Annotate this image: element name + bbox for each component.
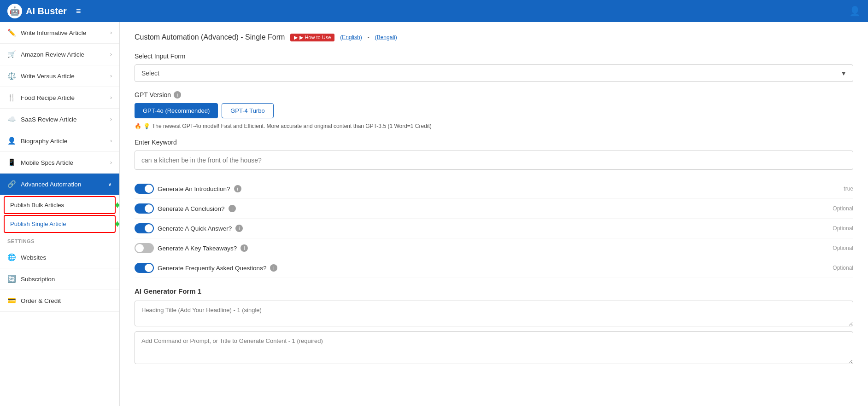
sidebar-item-amazon-review[interactable]: 🛒 Amazon Review Article › <box>0 44 119 65</box>
heading-title-input[interactable] <box>135 301 853 326</box>
order-icon: 💳 <box>7 296 16 305</box>
toggle-faq-info[interactable]: i <box>270 264 277 272</box>
link-english[interactable]: (English) <box>340 34 362 41</box>
toggle-key-takeaways-label: Generate A Key Takeaways? <box>158 245 237 252</box>
hamburger-icon[interactable]: ≡ <box>76 6 81 16</box>
sidebar-item-biography[interactable]: 👤 Biography Article › <box>0 130 119 152</box>
sidebar-item-food-recipe[interactable]: 🍴 Food Recipe Article › <box>0 87 119 109</box>
yt-icon: ▶ <box>294 35 298 41</box>
select-wrapper: Select ▼ <box>135 64 853 82</box>
youtube-badge[interactable]: ▶ ▶ How to Use <box>290 34 334 41</box>
btn-gpt4o[interactable]: GPT-4o (Recommended) <box>135 103 218 118</box>
toggle-intro-switch[interactable] <box>135 184 154 194</box>
ai-generator-form: AI Generator Form 1 <box>135 287 853 365</box>
command-prompt-input[interactable] <box>135 331 853 364</box>
main-content: Custom Automation (Advanced) - Single Fo… <box>120 22 868 406</box>
ai-form-title: AI Generator Form 1 <box>135 287 853 295</box>
link-bengali[interactable]: (Bengali) <box>375 34 397 41</box>
content-header: Custom Automation (Advanced) - Single Fo… <box>135 33 853 41</box>
content-card: Custom Automation (Advanced) - Single Fo… <box>120 22 868 406</box>
sidebar-item-label: Subscription <box>21 276 55 283</box>
input-form-select[interactable]: Select <box>135 64 853 82</box>
chevron-icon: › <box>110 159 112 166</box>
sidebar-item-label: Websites <box>21 254 46 261</box>
gpt-note: 🔥 💡 The newest GPT-4o model! Fast and Ef… <box>135 123 853 129</box>
sidebar-item-label: Write Versus Article <box>21 73 75 80</box>
gpt-note-text: The newest GPT-4o model! Fast and Effici… <box>152 123 432 129</box>
publish-single-label: Publish Single Article <box>10 220 66 227</box>
sidebar-item-label: SaaS Review Article <box>21 116 77 123</box>
toggle-quick-answer-switch[interactable] <box>135 223 154 233</box>
saas-icon: ☁️ <box>7 115 16 123</box>
keyword-section: Enter Keyword <box>135 139 853 170</box>
keyword-input[interactable] <box>135 151 853 170</box>
toggle-faq-switch[interactable] <box>135 263 154 273</box>
versus-icon: ⚖️ <box>7 72 16 80</box>
chevron-icon: › <box>110 138 112 144</box>
keyword-label: Enter Keyword <box>135 139 853 146</box>
top-nav: 🤖 AI Buster ≡ 👤 <box>0 0 868 22</box>
chevron-down-icon: ∨ <box>108 181 112 187</box>
sidebar-item-advanced-automation[interactable]: 🔗 Advanced Automation ∨ <box>0 174 119 195</box>
sidebar-item-label: Biography Article <box>21 138 67 145</box>
bio-icon: 👤 <box>7 137 16 145</box>
gpt-info-icon[interactable]: i <box>174 91 181 99</box>
chevron-icon: › <box>110 51 112 58</box>
chevron-icon: › <box>110 116 112 122</box>
publish-bulk-label: Publish Bulk Articles <box>10 202 64 209</box>
app-name: AI Buster <box>26 6 67 17</box>
sidebar-item-order-credit[interactable]: 💳 Order & Credit <box>0 290 119 312</box>
toggle-intro-optional: true <box>844 186 853 192</box>
sidebar-item-write-informative[interactable]: ✏️ Write Informative Article › <box>0 22 119 44</box>
sidebar-item-label: Advanced Automation <box>21 181 81 188</box>
btn-gpt4turbo[interactable]: GPT-4 Turbo <box>222 103 273 118</box>
toggle-faq-label: Generate Frequently Asked Questions? <box>158 265 266 272</box>
gpt-version-label: GPT Version i <box>135 91 853 99</box>
fire-icon: 🔥 <box>135 123 141 129</box>
sidebar-item-label: Order & Credit <box>21 297 61 304</box>
sidebar-item-publish-bulk[interactable]: Publish Bulk Articles <box>4 196 116 214</box>
gpt-label-text: GPT Version <box>135 91 171 99</box>
separator: - <box>368 34 369 41</box>
toggle-key-takeaways-switch[interactable] <box>135 243 154 253</box>
toggle-intro-info[interactable]: i <box>234 185 241 192</box>
sidebar-item-saas[interactable]: ☁️ SaaS Review Article › <box>0 109 119 130</box>
yt-badge-label: ▶ How to Use <box>299 35 331 41</box>
gpt-version-section: GPT Version i GPT-4o (Recommended) GPT-4… <box>135 91 853 129</box>
sidebar-item-websites[interactable]: 🌐 Websites <box>0 247 119 268</box>
toggle-faq-optional: Optional <box>833 265 853 271</box>
auto-icon: 🔗 <box>7 180 16 188</box>
toggle-key-takeaways: Generate A Key Takeaways? i Optional <box>135 238 853 258</box>
sidebar-item-subscription[interactable]: 🔄 Subscription <box>0 268 119 290</box>
toggle-intro-label: Generate An Introduction? <box>158 186 230 192</box>
toggle-quick-answer-optional: Optional <box>833 225 853 232</box>
gpt-buttons: GPT-4o (Recommended) GPT-4 Turbo <box>135 103 853 118</box>
toggle-intro: Generate An Introduction? i true <box>135 179 853 199</box>
logo[interactable]: 🤖 AI Buster <box>7 4 67 18</box>
toggle-quick-answer-label: Generate A Quick Answer? <box>158 225 232 232</box>
settings-section-label: SETTINGS <box>0 234 119 247</box>
toggle-conclusion-info[interactable]: i <box>229 205 236 212</box>
amazon-icon: 🛒 <box>7 50 16 58</box>
sidebar-item-versus[interactable]: ⚖️ Write Versus Article › <box>0 65 119 87</box>
sidebar-item-publish-single[interactable]: Publish Single Article <box>4 215 116 233</box>
toggle-conclusion-label: Generate A Conclusion? <box>158 205 225 212</box>
robot-icon: 🤖 <box>10 6 20 16</box>
toggle-conclusion-switch[interactable] <box>135 203 154 214</box>
websites-icon: 🌐 <box>7 253 16 261</box>
user-menu[interactable]: 👤 <box>849 6 861 17</box>
page-title: Custom Automation (Advanced) - Single Fo… <box>135 33 285 41</box>
food-icon: 🍴 <box>7 93 16 102</box>
toggle-conclusion-optional: Optional <box>833 205 853 212</box>
toggle-key-takeaways-optional: Optional <box>833 245 853 251</box>
sidebar-item-mobile[interactable]: 📱 Mobile Spcs Article › <box>0 152 119 174</box>
toggle-conclusion: Generate A Conclusion? i Optional <box>135 199 853 219</box>
sidebar: ✏️ Write Informative Article › 🛒 Amazon … <box>0 22 120 406</box>
toggle-quick-answer-info[interactable]: i <box>235 225 243 232</box>
logo-icon: 🤖 <box>7 4 22 18</box>
chevron-icon: › <box>110 73 112 79</box>
toggle-key-takeaways-info[interactable]: i <box>240 244 248 252</box>
chevron-icon: › <box>110 94 112 101</box>
sidebar-item-label: Food Recipe Article <box>21 94 75 101</box>
bulb-icon: 💡 <box>143 123 150 129</box>
